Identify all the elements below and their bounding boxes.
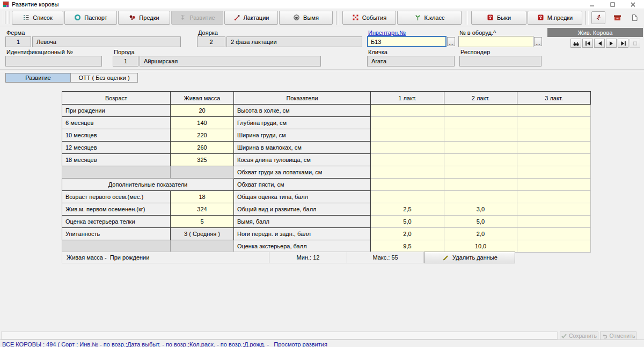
indicator-cell: Обхват груди за лопатками, см (234, 166, 371, 179)
lact2-cell[interactable] (444, 166, 517, 179)
table-footer-bar: Живая масса - При рождении Мин.: 12 Макс… (62, 252, 515, 263)
lact1-cell[interactable]: 2,0 (371, 228, 444, 240)
lact3-cell[interactable] (517, 179, 591, 191)
lact2-cell[interactable] (444, 191, 517, 203)
next-record-button[interactable] (606, 39, 617, 48)
toolbar-button-passport[interactable]: Паспорт (64, 11, 117, 25)
farm-label: Ферма (6, 29, 25, 36)
toolbar-button-maternal-ancestors[interactable]: М.предки (528, 11, 582, 25)
close-button[interactable] (623, 0, 643, 9)
archive-button[interactable] (611, 11, 623, 24)
toolbar-button-events[interactable]: События (342, 11, 396, 25)
maximize-button[interactable] (602, 0, 623, 9)
nickname-field: Агата (367, 56, 455, 67)
toolbar-button-ancestors[interactable]: Предки (118, 11, 170, 25)
inventory-lookup-button[interactable]: ... (447, 37, 455, 46)
udder-icon (293, 14, 300, 21)
table-row: 18 месяцев 325 Косая длина туловища, см (62, 154, 591, 166)
lact1-cell[interactable] (371, 191, 444, 203)
lact2-cell[interactable] (444, 117, 517, 129)
mass-cell[interactable]: 260 (171, 142, 234, 154)
lact2-cell[interactable] (444, 129, 517, 142)
lact1-cell[interactable] (371, 166, 444, 179)
lact1-cell[interactable]: 9,5 (371, 240, 444, 253)
lact3-cell[interactable] (517, 105, 591, 117)
mass-cell[interactable]: 325 (171, 154, 234, 166)
lact1-cell[interactable] (371, 117, 444, 129)
record-extra-button[interactable] (630, 39, 640, 48)
lact3-cell[interactable] (517, 142, 591, 154)
exit-runner-button[interactable] (591, 11, 605, 24)
prev-record-button[interactable] (594, 39, 605, 48)
lact2-cell[interactable]: 10,0 (444, 240, 517, 253)
table-row: 10 месяцев 220 Ширина груди, см (62, 129, 591, 142)
id-number-field (5, 56, 102, 67)
toolbar-button-bulls[interactable]: Быки (471, 11, 526, 25)
equipment-number-input[interactable] (458, 36, 533, 47)
search-button[interactable] (570, 39, 581, 48)
toolbar-button-udder[interactable]: Вымя (279, 11, 333, 25)
toolbar-button-development[interactable]: Развитие (171, 11, 223, 25)
lact2-cell[interactable] (444, 179, 517, 191)
inventory-number-input[interactable] (367, 36, 447, 47)
table-row: Оценка экстерьера телки 5 Вымя, балл 5,0… (62, 216, 591, 228)
lact2-cell[interactable] (444, 142, 517, 154)
tab-label: ОТТ ( Без оценки ) (78, 75, 129, 81)
mass-cell[interactable]: 220 (171, 129, 234, 142)
lact1-cell[interactable] (371, 105, 444, 117)
delete-data-button[interactable]: Удалить данные (424, 252, 515, 263)
mass-cell[interactable]: 3 ( Средняя ) (171, 228, 234, 240)
list-icon (23, 14, 30, 21)
lact3-cell[interactable] (517, 129, 591, 142)
lact1-cell[interactable]: 5,0 (371, 216, 444, 228)
mass-cell[interactable]: 20 (171, 105, 234, 117)
lact3-cell[interactable] (517, 117, 591, 129)
lact2-cell[interactable] (444, 154, 517, 166)
lact1-cell[interactable] (371, 154, 444, 166)
cancel-button[interactable]: Отменить (600, 331, 636, 340)
passport-icon (74, 14, 81, 21)
mass-cell[interactable]: 18 (171, 191, 234, 203)
mass-cell[interactable]: 5 (171, 216, 234, 228)
record-navigator (570, 39, 640, 48)
nickname-label: Кличка (368, 49, 387, 55)
lact3-cell[interactable] (517, 228, 591, 240)
mass-cell[interactable]: 324 (171, 203, 234, 216)
minimize-button[interactable] (582, 0, 602, 9)
save-button[interactable]: Сохранить (560, 331, 598, 340)
document-button[interactable] (628, 11, 640, 24)
lact3-cell[interactable] (517, 216, 591, 228)
toolbar-button-list[interactable]: Список (12, 11, 63, 25)
indicator-cell: Оценка экстерьера, балл (234, 240, 371, 253)
toolbar-button-lactations[interactable]: Лактации (224, 11, 278, 25)
tab-ott[interactable]: ОТТ ( Без оценки ) (70, 73, 138, 83)
lact1-cell[interactable] (371, 129, 444, 142)
app-icon (3, 1, 9, 8)
toolbar-grip[interactable] (8, 11, 10, 24)
toolbar-button-kclass[interactable]: К.класс (397, 11, 462, 25)
lact1-cell[interactable] (371, 142, 444, 154)
milkmaid-name-field: 2 фаза лактации (226, 36, 362, 47)
lact3-cell[interactable] (517, 154, 591, 166)
tab-development[interactable]: Развитие (5, 73, 71, 83)
first-record-button[interactable] (582, 39, 593, 48)
lact1-cell[interactable]: 2,5 (371, 203, 444, 216)
lact3-cell[interactable] (517, 166, 591, 179)
last-record-button[interactable] (618, 39, 628, 48)
lact3-cell[interactable] (517, 203, 591, 216)
farm-name-field: Левоча (32, 36, 181, 47)
lact2-cell[interactable]: 5,0 (444, 216, 517, 228)
breed-label: Порода (114, 49, 135, 55)
lact3-cell[interactable] (517, 240, 591, 253)
lact2-cell[interactable]: 3,0 (444, 203, 517, 216)
toolbar-grip[interactable] (3, 11, 5, 24)
lact1-cell[interactable] (371, 179, 444, 191)
equipment-number-label: № в оборуд.^ (459, 29, 496, 36)
mass-cell[interactable]: 140 (171, 117, 234, 129)
lact2-cell[interactable]: 2,0 (444, 228, 517, 240)
close-icon (631, 2, 635, 7)
equipment-lookup-button[interactable]: ... (534, 37, 542, 46)
lact2-cell[interactable] (444, 105, 517, 117)
lact3-cell[interactable] (517, 191, 591, 203)
inventory-number-label[interactable]: Инвентарн.№ (368, 29, 406, 36)
